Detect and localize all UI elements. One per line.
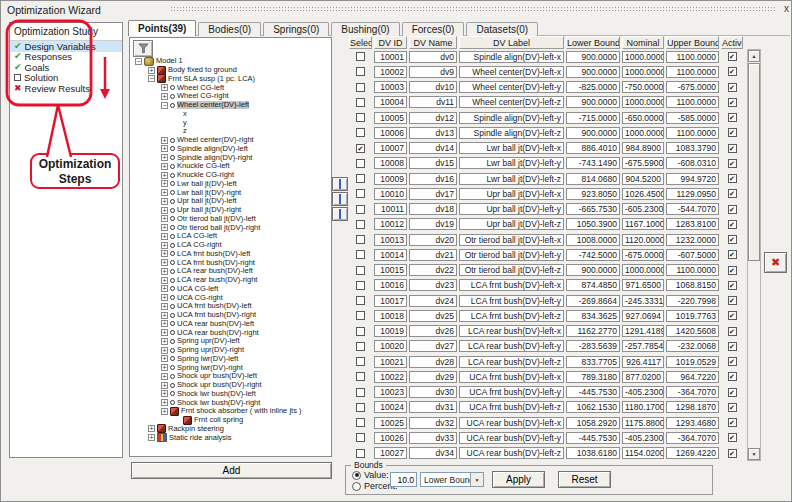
cell-label-field[interactable]: Lwr ball jt(DV)-left-x: [459, 142, 564, 154]
active-checkbox[interactable]: ✔: [728, 159, 737, 168]
cell-upper-field[interactable]: 1100.0000: [666, 127, 719, 139]
reset-button[interactable]: Reset: [558, 471, 611, 488]
cell-id-field[interactable]: 10015: [374, 264, 407, 276]
active-checkbox[interactable]: ✔: [728, 189, 737, 198]
cell-id-field[interactable]: 10011: [374, 203, 407, 215]
expand-plus-icon[interactable]: +: [161, 242, 168, 249]
cell-label-field[interactable]: Wheel center(DV)-left-x: [459, 66, 564, 78]
cell-label-field[interactable]: UCA rear bush(DV)-left-x: [459, 417, 564, 429]
active-checkbox[interactable]: ✔: [728, 128, 737, 137]
cell-lower-field[interactable]: 814.0680: [566, 173, 620, 185]
cell-name-field[interactable]: dv26: [409, 325, 457, 337]
cell-upper-field[interactable]: 994.9720: [666, 173, 719, 185]
cell-nominal-field[interactable]: 1120.0000: [622, 234, 664, 246]
cell-lower-field[interactable]: -445.7530: [566, 432, 620, 444]
tab-springs-0[interactable]: Springs(0): [263, 22, 329, 36]
column-header-dv-name[interactable]: DV Name: [409, 36, 457, 49]
expand-plus-icon[interactable]: +: [161, 373, 168, 380]
cell-upper-field[interactable]: 1269.4220: [666, 447, 719, 459]
tree-item[interactable]: +LCA rear bush(DV)-right: [131, 276, 330, 285]
cell-upper-field[interactable]: 1293.4680: [666, 417, 719, 429]
tree-item[interactable]: +Spindle align(DV)-left: [131, 145, 330, 154]
select-checkbox[interactable]: [356, 342, 365, 351]
cell-name-field[interactable]: dv0: [409, 51, 457, 63]
select-checkbox[interactable]: [356, 327, 365, 336]
cell-id-field[interactable]: 10012: [374, 218, 407, 230]
expand-plus-icon[interactable]: +: [161, 163, 168, 170]
cell-nominal-field[interactable]: 1175.8800: [622, 417, 664, 429]
transfer-button-3[interactable]: [332, 207, 348, 221]
cell-lower-field[interactable]: 900.0000: [566, 264, 620, 276]
tab-bushing-0[interactable]: Bushing(0): [331, 22, 399, 36]
cell-upper-field[interactable]: 964.7220: [666, 371, 719, 383]
cell-nominal-field[interactable]: -257.7854: [622, 340, 664, 352]
active-checkbox[interactable]: ✔: [728, 342, 737, 351]
tree-item[interactable]: −Wheel center(DV)-left: [131, 101, 330, 110]
select-checkbox[interactable]: [356, 266, 365, 275]
expand-plus-icon[interactable]: +: [161, 180, 168, 187]
tab-forces-0[interactable]: Forces(0): [402, 22, 465, 36]
cell-label-field[interactable]: LCA frnt bush(DV)-left-y: [459, 295, 564, 307]
cell-nominal-field[interactable]: -675.5900: [622, 157, 664, 169]
cell-label-field[interactable]: UCA rear bush(DV)-left-y: [459, 432, 564, 444]
cell-name-field[interactable]: dv29: [409, 371, 457, 383]
select-checkbox[interactable]: [356, 403, 365, 412]
cell-upper-field[interactable]: 1100.0000: [666, 51, 719, 63]
expand-plus-icon[interactable]: +: [161, 399, 168, 406]
cell-lower-field[interactable]: 834.3625: [566, 310, 620, 322]
value-radio[interactable]: [352, 471, 361, 480]
expand-plus-icon[interactable]: +: [161, 268, 168, 275]
cell-id-field[interactable]: 10022: [374, 371, 407, 383]
cell-name-field[interactable]: dv30: [409, 386, 457, 398]
tab-bodies-0[interactable]: Bodies(0): [198, 22, 261, 36]
expand-plus-icon[interactable]: +: [161, 347, 168, 354]
active-checkbox[interactable]: ✔: [728, 311, 737, 320]
cell-label-field[interactable]: LCA frnt bush(DV)-left-x: [459, 279, 564, 291]
cell-name-field[interactable]: dv14: [409, 142, 457, 154]
cell-id-field[interactable]: 10020: [374, 340, 407, 352]
cell-id-field[interactable]: 10006: [374, 127, 407, 139]
select-checkbox[interactable]: [356, 418, 365, 427]
active-checkbox[interactable]: ✔: [728, 98, 737, 107]
cell-upper-field[interactable]: 1420.5608: [666, 325, 719, 337]
expand-plus-icon[interactable]: +: [161, 93, 168, 100]
active-checkbox[interactable]: ✔: [728, 296, 737, 305]
cell-name-field[interactable]: dv23: [409, 279, 457, 291]
expand-plus-icon[interactable]: +: [161, 320, 168, 327]
cell-id-field[interactable]: 10014: [374, 249, 407, 261]
select-checkbox[interactable]: [356, 205, 365, 214]
expand-plus-icon[interactable]: +: [161, 303, 168, 310]
select-checkbox[interactable]: [356, 52, 365, 61]
cell-label-field[interactable]: Upr ball jt(DV)-left-y: [459, 203, 564, 215]
active-checkbox[interactable]: ✔: [728, 144, 737, 153]
delete-button[interactable]: ✖: [764, 252, 787, 273]
expand-plus-icon[interactable]: +: [148, 425, 155, 432]
cell-nominal-field[interactable]: -750.0000: [622, 81, 664, 93]
select-checkbox[interactable]: ✔: [356, 144, 365, 153]
tab-datasets-0[interactable]: Datasets(0): [466, 22, 538, 36]
active-checkbox[interactable]: ✔: [728, 52, 737, 61]
cell-id-field[interactable]: 10025: [374, 417, 407, 429]
expand-plus-icon[interactable]: +: [161, 215, 168, 222]
chevron-down-icon[interactable]: ▼: [470, 473, 483, 486]
cell-upper-field[interactable]: -585.0000: [666, 112, 719, 124]
cell-name-field[interactable]: dv19: [409, 218, 457, 230]
cell-label-field[interactable]: Lwr ball jt(DV)-left-z: [459, 173, 564, 185]
cell-nominal-field[interactable]: 1180.1700: [622, 401, 664, 413]
cell-lower-field[interactable]: -743.1490: [566, 157, 620, 169]
expand-plus-icon[interactable]: +: [161, 207, 168, 214]
cell-upper-field[interactable]: -607.5000: [666, 249, 719, 261]
select-checkbox[interactable]: [356, 372, 365, 381]
cell-lower-field[interactable]: 900.0000: [566, 51, 620, 63]
column-header-select[interactable]: Select: [349, 36, 372, 49]
expand-plus-icon[interactable]: +: [161, 294, 168, 301]
cell-lower-field[interactable]: 833.7705: [566, 356, 620, 368]
cell-lower-field[interactable]: -665.7530: [566, 203, 620, 215]
cell-label-field[interactable]: UCA frnt bush(DV)-left-z: [459, 401, 564, 413]
tree-item[interactable]: −Frnt SLA susp (1 pc. LCA): [131, 75, 330, 84]
cell-label-field[interactable]: Upr ball jt(DV)-left-z: [459, 218, 564, 230]
cell-upper-field[interactable]: 1129.0950: [666, 188, 719, 200]
cell-nominal-field[interactable]: 971.6500: [622, 279, 664, 291]
tree-item[interactable]: +LCA frnt bush(DV)-left: [131, 250, 330, 259]
cell-upper-field[interactable]: -544.7070: [666, 203, 719, 215]
